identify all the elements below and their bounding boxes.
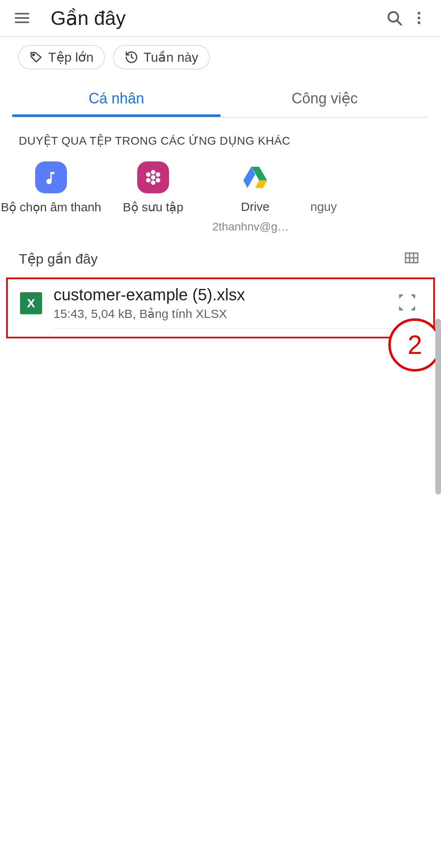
svg-point-9 xyxy=(151,175,156,180)
tabs: Cá nhân Công việc xyxy=(12,83,429,118)
page-title: Gần đây xyxy=(51,7,382,29)
svg-point-10 xyxy=(151,170,156,174)
svg-point-12 xyxy=(146,172,151,177)
file-name: customer-example (5).xlsx xyxy=(53,286,385,304)
app-gallery[interactable]: Bộ sưu tập xyxy=(102,161,204,233)
top-bar: Gần đây xyxy=(0,0,441,37)
tag-icon xyxy=(29,50,43,64)
menu-icon[interactable] xyxy=(10,6,34,30)
svg-point-8 xyxy=(33,54,34,56)
recent-files-label: Tệp gần đây xyxy=(19,251,98,267)
app-drive[interactable]: Drive 2thanhnv@gmail.... xyxy=(204,161,306,233)
svg-point-14 xyxy=(146,178,151,182)
file-meta: 15:43, 5,04 kB, Bảng tính XLSX xyxy=(53,306,385,321)
flower-icon xyxy=(137,161,169,193)
xlsx-file-icon: X xyxy=(20,292,42,314)
svg-point-5 xyxy=(418,12,421,15)
app-sound-picker[interactable]: Bộ chọn âm thanh xyxy=(0,161,102,233)
svg-point-13 xyxy=(156,172,160,177)
file-row[interactable]: X customer-example (5).xlsx 15:43, 5,04 … xyxy=(20,286,421,321)
chip-label: Tệp lớn xyxy=(48,49,94,65)
svg-marker-21 xyxy=(411,295,415,299)
chip-large-files[interactable]: Tệp lớn xyxy=(18,45,105,69)
tab-work[interactable]: Công việc xyxy=(220,83,429,117)
tab-personal[interactable]: Cá nhân xyxy=(12,83,220,117)
music-note-icon xyxy=(35,161,67,193)
svg-point-7 xyxy=(418,21,421,24)
apps-row: Bộ chọn âm thanh Bộ sưu tập Drive 2thanh… xyxy=(0,156,441,233)
app-partial[interactable]: nguy xyxy=(306,161,372,233)
app-label: nguy xyxy=(310,200,337,214)
annotation-badge: 2 xyxy=(388,318,441,371)
highlighted-file: X customer-example (5).xlsx 15:43, 5,04 … xyxy=(6,277,435,338)
more-vert-icon[interactable] xyxy=(407,6,431,30)
app-label: Drive xyxy=(241,200,270,214)
grid-view-icon[interactable] xyxy=(403,250,420,268)
fullscreen-icon[interactable] xyxy=(396,292,421,315)
svg-line-4 xyxy=(397,20,401,25)
scrollbar[interactable] xyxy=(435,319,441,494)
svg-point-15 xyxy=(156,178,160,182)
chip-this-week[interactable]: Tuần này xyxy=(113,45,209,69)
recent-header: Tệp gần đây xyxy=(0,233,441,272)
chip-label: Tuần này xyxy=(143,49,198,65)
divider xyxy=(53,328,421,329)
browse-other-apps-label: DUYỆT QUA TỆP TRONG CÁC ỨNG DỤNG KHÁC xyxy=(0,118,441,156)
svg-point-6 xyxy=(418,17,421,20)
search-icon[interactable] xyxy=(382,6,407,30)
app-label: Bộ sưu tập xyxy=(123,200,183,214)
history-icon xyxy=(125,50,138,64)
app-sublabel: 2thanhnv@gmail.... xyxy=(212,220,298,233)
svg-marker-22 xyxy=(399,306,404,311)
svg-marker-20 xyxy=(399,295,404,299)
svg-point-11 xyxy=(151,180,156,185)
filter-chips: Tệp lớn Tuần này xyxy=(0,37,441,78)
svg-marker-23 xyxy=(411,306,415,311)
app-label: Bộ chọn âm thanh xyxy=(1,200,101,214)
drive-icon xyxy=(239,161,271,193)
